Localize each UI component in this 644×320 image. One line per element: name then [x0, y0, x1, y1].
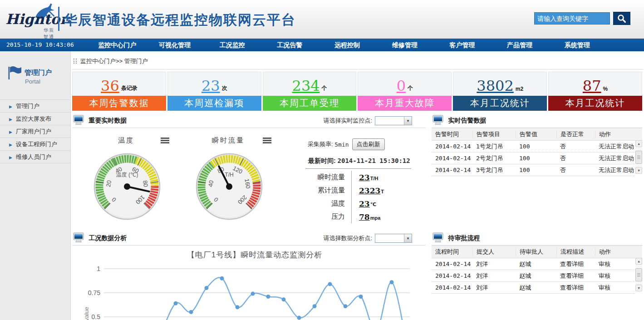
gauge-title-flow: 瞬时流量	[203, 136, 253, 145]
stat-unit: 个	[408, 84, 413, 93]
table-cell[interactable]: 查看详细	[556, 260, 595, 268]
scroll-down-button[interactable]: ▼	[635, 285, 642, 291]
sidebar-item[interactable]: ▶设备工程师门户	[0, 138, 70, 150]
grip-icon	[637, 156, 640, 159]
latest-time-row: 最新时间: 2014-11-21 15:30:12	[308, 157, 410, 165]
stat-card[interactable]: 3802 m2 本月工况统计	[453, 72, 547, 111]
app-title: 华辰智通设备远程监控物联网云平台	[64, 11, 296, 30]
stat-label[interactable]: 本周告警数据	[72, 96, 166, 111]
nav-item[interactable]: 工况告警	[261, 39, 319, 51]
scroll-thumb[interactable]	[635, 151, 642, 164]
svg-text:1: 1	[97, 265, 100, 272]
stat-unit: 个	[322, 84, 327, 93]
nav-item[interactable]: 远程控制	[319, 39, 376, 51]
sidebar: 管理门户 Portal ▶管理门户▶监控大屏发布▶厂家用户门户▶设备工程师门户▶…	[0, 51, 70, 320]
chart-menu-icon[interactable]	[263, 138, 271, 143]
nav-timestamp: 2015-10-19 10:43:06	[6, 39, 74, 51]
sidebar-item[interactable]: ▶管理门户	[0, 99, 70, 112]
table-cell[interactable]: 审核	[595, 260, 634, 268]
stat-label[interactable]: 本月工况统计	[453, 96, 547, 111]
reading-row: 温度 23℃	[302, 197, 417, 210]
analysis-point-select[interactable]: ▼	[375, 234, 412, 243]
sidebar-item-label: 维修人员门户	[16, 153, 51, 160]
sidebar-item-label: 监控大屏发布	[16, 115, 51, 122]
flow-analysis-chart: 10.750.5value	[82, 261, 418, 320]
table-cell: 2014-02-14	[432, 143, 472, 150]
sidebar-item[interactable]: ▶监控大屏发布	[0, 112, 70, 125]
chevron-down-icon[interactable]: ▼	[404, 234, 412, 242]
stat-card[interactable]: 0 个 本月重大故障	[358, 72, 452, 111]
table-cell[interactable]: 查看详细	[556, 284, 595, 292]
svg-text:value: value	[83, 307, 90, 320]
nav-item[interactable]: 维修管理	[376, 39, 433, 51]
stat-label[interactable]: 本周巡检漏项	[167, 96, 261, 111]
column-header: 告警值	[516, 130, 556, 138]
nav-item[interactable]: 产品管理	[491, 39, 549, 51]
table-cell: 2014-02-14	[432, 284, 472, 291]
gauge-title-temperature: 温度	[99, 136, 153, 145]
stat-card[interactable]: 234 个 本周工单受理	[263, 72, 357, 111]
reading-unit: mpa	[370, 215, 381, 221]
stat-card-value-area: 234 个	[263, 72, 357, 96]
table-cell: 无法正常启动	[595, 154, 634, 162]
sidebar-item[interactable]: ▶厂家用户门户	[0, 125, 70, 138]
stat-card[interactable]: 23 次 本周巡检漏项	[167, 72, 261, 111]
section-analysis-header: 工况数据分析 请选择数据分析点: ▼	[72, 232, 426, 246]
column-header: 待审批人	[516, 248, 556, 256]
stat-label[interactable]: 本月重大故障	[358, 96, 452, 111]
table-cell[interactable]: 审核	[595, 272, 634, 280]
main-content: 监控中心门户>> 管理门户 36 条记录 本周告警数据 23 次 本周巡检漏项 …	[70, 51, 644, 320]
chart-title: 【电厂1号线】瞬时流量动态监测分析	[84, 250, 425, 260]
scroll-track[interactable]	[635, 265, 642, 285]
scroll-up-button[interactable]: ▲	[635, 140, 642, 147]
table-cell: 刘洋	[472, 284, 516, 292]
main-nav: 2015-10-19 10:43:06 监控中心门户可视化管理工况监控工况告警远…	[0, 39, 644, 51]
table-cell: 刘洋	[472, 272, 516, 280]
chart-menu-icon[interactable]	[161, 138, 169, 143]
stat-value: 234	[292, 79, 320, 93]
nav-item[interactable]: 监控中心门户	[88, 39, 146, 51]
nav-item[interactable]: 系统管理	[548, 39, 606, 51]
chevron-down-icon[interactable]: ▼	[404, 117, 412, 125]
sidebar-item-label: 厂家用户门户	[16, 128, 51, 135]
stat-label[interactable]: 本周工单受理	[263, 96, 357, 111]
scroll-track[interactable]	[635, 147, 642, 167]
table-row: 2014-02-14刘洋赵城查看详细审核	[432, 258, 634, 270]
table-cell: 赵城	[516, 284, 556, 292]
scroll-up-button[interactable]: ▲	[635, 258, 642, 265]
stat-card[interactable]: 87 % 本月工况统计	[548, 72, 642, 111]
stat-card[interactable]: 36 条记录 本周告警数据	[72, 72, 166, 111]
reading-label: 温度	[302, 199, 351, 208]
scroll-thumb[interactable]	[635, 268, 642, 281]
readings-panel: 瞬时流量 23T/H 累计流量 2323T 温度 23℃ 压力 78mpa	[302, 171, 417, 223]
scrollbar[interactable]: ▲ ▼	[635, 140, 642, 174]
column-header: 流程描述	[556, 248, 595, 256]
arrow-right-icon: ▶	[9, 155, 12, 160]
monitor-point-select[interactable]: ▼	[375, 116, 412, 125]
table-cell[interactable]: 查看详细	[556, 272, 595, 280]
nav-item[interactable]: 工况监控	[203, 39, 261, 51]
nav-item[interactable]: 可视化管理	[146, 39, 204, 51]
search-input[interactable]	[534, 12, 610, 25]
svg-text:温度 (℃): 温度 (℃)	[116, 172, 138, 178]
logo-text: Hignton	[5, 11, 70, 27]
scrollbar[interactable]: ▲ ▼	[635, 258, 642, 291]
refresh-button[interactable]: 点击刷新	[352, 138, 385, 150]
table-cell: 100	[516, 143, 556, 150]
svg-text:0.75: 0.75	[88, 289, 100, 296]
frequency-value: 5min	[334, 141, 349, 148]
section-realtime-header: 重要实时数据 请选择实时监控点: ▼	[72, 115, 426, 128]
search-button[interactable]	[613, 12, 630, 25]
scroll-down-button[interactable]: ▼	[635, 167, 642, 174]
stat-label[interactable]: 本月工况统计	[548, 96, 642, 111]
approval-table: 流程时间提交人待审批人流程描述动作 2014-02-14刘洋赵城查看详细审核20…	[432, 246, 642, 294]
nav-item[interactable]: 客户管理	[433, 39, 491, 51]
table-row: 2014-02-143号龙门吊100否无法正常启动	[432, 164, 634, 176]
reading-label: 累计流量	[302, 186, 351, 195]
reading-unit: T	[381, 189, 384, 194]
table-cell[interactable]: 审核	[595, 284, 634, 292]
app-header: Hignton 华辰智通 华辰智通设备远程监控物联网云平台	[0, 0, 644, 39]
reading-value: 23	[359, 199, 370, 208]
stat-card-value-area: 87 %	[548, 72, 642, 96]
sidebar-item[interactable]: ▶维修人员门户	[0, 150, 70, 163]
